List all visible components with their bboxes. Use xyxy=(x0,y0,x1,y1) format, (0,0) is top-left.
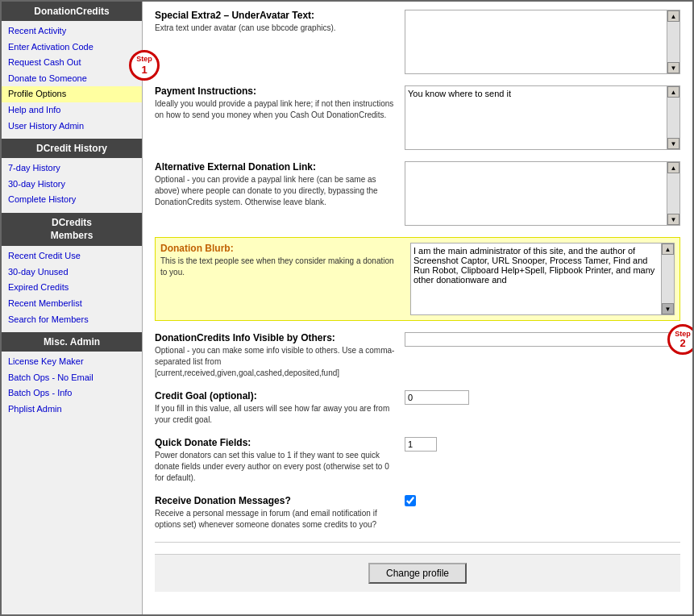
field-quick-donate-input[interactable] xyxy=(405,437,437,452)
field-alt-link-textarea[interactable] xyxy=(405,161,667,226)
sidebar-item-license-key[interactable]: License Key Maker xyxy=(2,354,142,370)
field-quick-donate-label: Quick Donate Fields: Power donators can … xyxy=(155,437,405,484)
field-receive-msg-checkbox[interactable] xyxy=(405,495,416,506)
payment-scroll-up[interactable]: ▲ xyxy=(667,86,679,98)
sidebar-item-7day[interactable]: 7-day History xyxy=(2,160,142,177)
sidebar-section-dcredits-members: DCreditsMembers Recent Credit Use 30-day… xyxy=(2,213,142,327)
sidebar-item-donate[interactable]: Donate to Someone xyxy=(2,71,142,87)
main-content: Special Extra2 – UnderAvatar Text: Extra… xyxy=(143,2,692,614)
field-payment-label: Payment Instructions: Ideally you would … xyxy=(155,85,405,121)
field-receive-msg-label: Receive Donation Messages? Receive a per… xyxy=(155,495,405,531)
field-credit-goal-label: Credit Goal (optional): If you fill in t… xyxy=(155,390,405,426)
sidebar-item-user-history-admin[interactable]: User History Admin xyxy=(2,119,142,135)
field-payment-row: Payment Instructions: Ideally you would … xyxy=(155,85,680,150)
form-divider xyxy=(155,542,680,543)
field-receive-msg-desc: Receive a personal message in forum (and… xyxy=(155,508,395,531)
alt-scroll-up[interactable]: ▲ xyxy=(667,162,679,173)
sidebar-section-header-3: DCreditsMembers xyxy=(2,213,142,246)
alt-scroll-down[interactable]: ▼ xyxy=(667,214,679,225)
sidebar-item-batch-no-email[interactable]: Batch Ops - No Email xyxy=(2,370,142,386)
field-visible-desc: Optional - you can make some info visibl… xyxy=(155,345,395,379)
change-profile-button[interactable]: Change profile xyxy=(368,563,467,584)
blurb-scroll-up[interactable]: ▲ xyxy=(662,243,674,255)
field-visible-input[interactable] xyxy=(405,332,680,347)
sidebar-item-expired[interactable]: Expired Credits xyxy=(2,280,142,296)
field-blurb-row: Donation Blurb: This is the text people … xyxy=(155,237,680,321)
field-extra2-textarea-wrap: ▲ ▼ xyxy=(405,10,680,74)
field-credit-goal-title: Credit Goal (optional): xyxy=(155,390,395,402)
field-alt-link-textarea-wrap: ▲ ▼ xyxy=(405,161,680,226)
field-alt-link-desc: Optional - you can provide a paypal link… xyxy=(155,174,395,208)
field-blurb-scrollbar: ▲ ▼ xyxy=(661,243,675,315)
field-alt-link-label: Alternative External Donation Link: Opti… xyxy=(155,161,405,208)
field-blurb-field: ▲ ▼ xyxy=(410,243,675,315)
payment-scroll-down[interactable]: ▼ xyxy=(667,138,679,149)
field-blurb-desc: This is the text people see when they co… xyxy=(160,256,401,278)
field-receive-msg-row: Receive Donation Messages? Receive a per… xyxy=(155,495,680,531)
sidebar-section-header-2: DCredit History xyxy=(2,139,142,158)
sidebar-section-donation-credits: DonationCredits Recent Activity Enter Ac… xyxy=(2,2,142,134)
sidebar-item-batch-ops-info[interactable]: Batch Ops - Info xyxy=(2,385,142,402)
field-quick-donate-title: Quick Donate Fields: xyxy=(155,437,395,448)
field-payment-desc: Ideally you would provide a paypal link … xyxy=(155,98,395,121)
field-visible-title: DonationCredits Info Visible by Others: xyxy=(155,332,395,343)
sidebar-item-enter-activation[interactable]: Enter Activation Code xyxy=(2,40,142,56)
sidebar-item-recent-activity[interactable]: Recent Activity xyxy=(2,23,142,40)
field-quick-donate-desc: Power donators can set this value to 1 i… xyxy=(155,450,395,484)
field-extra2-scrollbar: ▲ ▼ xyxy=(667,10,680,74)
scroll-down-arrow[interactable]: ▼ xyxy=(667,62,679,73)
field-payment-title: Payment Instructions: xyxy=(155,85,395,97)
field-extra2-textarea[interactable] xyxy=(405,10,667,74)
sidebar-item-help-info[interactable]: Help and Info xyxy=(2,102,142,119)
app-window: DonationCredits Recent Activity Enter Ac… xyxy=(0,0,694,616)
step1-circle: Step 1 xyxy=(129,50,160,81)
field-credit-goal-row: Credit Goal (optional): If you fill in t… xyxy=(155,390,680,426)
scroll-up-arrow[interactable]: ▲ xyxy=(667,10,679,22)
sidebar-item-phplist[interactable]: Phplist Admin xyxy=(2,402,142,418)
sidebar: DonationCredits Recent Activity Enter Ac… xyxy=(2,2,143,614)
bottom-bar: Change profile xyxy=(155,554,680,592)
field-alt-link-title: Alternative External Donation Link: xyxy=(155,161,395,173)
field-extra2-label: Special Extra2 – UnderAvatar Text: Extra… xyxy=(155,10,405,34)
sidebar-item-search-members[interactable]: Search for Members xyxy=(2,312,142,328)
field-quick-donate-field xyxy=(405,437,680,452)
sidebar-item-complete-history[interactable]: Complete History xyxy=(2,192,142,208)
sidebar-item-request-cash-out[interactable]: Request Cash Out xyxy=(2,55,142,71)
field-blurb-textarea-wrap: ▲ ▼ xyxy=(410,243,675,315)
field-receive-msg-title: Receive Donation Messages? xyxy=(155,495,395,506)
field-alt-link-row: Alternative External Donation Link: Opti… xyxy=(155,161,680,226)
field-extra2-title: Special Extra2 – UnderAvatar Text: xyxy=(155,10,395,21)
field-alt-link-scrollbar: ▲ ▼ xyxy=(667,161,680,226)
field-credit-goal-input[interactable] xyxy=(405,390,469,405)
field-alt-link-field: ▲ ▼ xyxy=(405,161,680,226)
sidebar-item-recent-memberlist[interactable]: Recent Memberlist xyxy=(2,296,142,312)
field-visible-row: DonationCredits Info Visible by Others: … xyxy=(155,332,680,379)
field-visible-label: DonationCredits Info Visible by Others: … xyxy=(155,332,405,379)
sidebar-item-recent-credit[interactable]: Recent Credit Use xyxy=(2,248,142,264)
field-extra2-row: Special Extra2 – UnderAvatar Text: Extra… xyxy=(155,10,680,74)
step2-circle: Step 2 xyxy=(667,324,692,355)
field-blurb-title: Donation Blurb: xyxy=(160,243,401,254)
field-payment-field: ▲ ▼ xyxy=(405,85,680,150)
field-visible-field: Step 2 xyxy=(405,332,680,347)
field-blurb-label: Donation Blurb: This is the text people … xyxy=(160,243,410,278)
field-receive-msg-field xyxy=(405,495,680,506)
sidebar-section-header-4: Misc. Admin xyxy=(2,332,142,352)
sidebar-item-30day[interactable]: 30-day History xyxy=(2,177,142,193)
field-credit-goal-desc: If you fill in this value, all users wil… xyxy=(155,403,395,426)
field-payment-textarea-wrap: ▲ ▼ xyxy=(405,85,680,150)
sidebar-item-profile-options[interactable]: Profile Options xyxy=(2,86,142,102)
blurb-scroll-down[interactable]: ▼ xyxy=(662,303,674,314)
sidebar-item-30day-unused[interactable]: 30-day Unused xyxy=(2,264,142,281)
field-blurb-textarea[interactable] xyxy=(410,243,661,315)
sidebar-section-misc-admin: Misc. Admin License Key Maker Batch Ops … xyxy=(2,332,142,417)
field-payment-textarea[interactable] xyxy=(405,85,667,150)
field-quick-donate-row: Quick Donate Fields: Power donators can … xyxy=(155,437,680,484)
sidebar-section-dcredit-history: DCredit History 7-day History 30-day His… xyxy=(2,139,142,208)
field-extra2-desc: Extra text under avatar (can use bbcode … xyxy=(155,23,395,34)
field-extra2-field: ▲ ▼ xyxy=(405,10,680,74)
field-credit-goal-field xyxy=(405,390,680,405)
field-payment-scrollbar: ▲ ▼ xyxy=(667,85,680,150)
sidebar-section-header-1: DonationCredits xyxy=(2,2,142,21)
